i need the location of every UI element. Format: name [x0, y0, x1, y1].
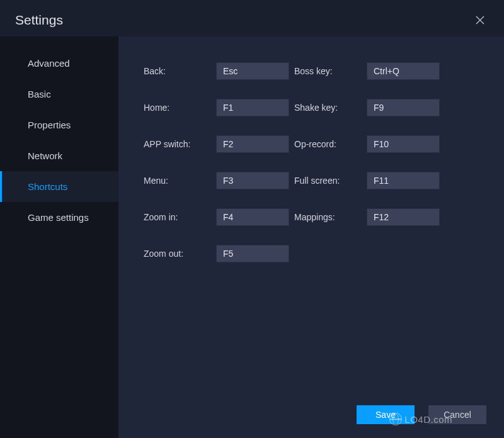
shortcut-full-screen: Full screen: — [294, 171, 440, 190]
shortcut-input-full-screen[interactable] — [367, 172, 440, 189]
shortcut-input-home[interactable] — [216, 99, 289, 116]
sidebar-item-network[interactable]: Network — [0, 140, 118, 171]
sidebar-item-label: Basic — [28, 89, 51, 99]
shortcut-menu: Menu: — [144, 171, 289, 190]
shortcut-label: Back: — [144, 66, 216, 76]
shortcut-back: Back: — [144, 62, 289, 81]
shortcut-grid: Back: Home: APP switch: Menu: Zoom in: — [144, 62, 491, 263]
sidebar-item-basic[interactable]: Basic — [0, 79, 118, 110]
header: Settings — [0, 0, 504, 36]
shortcut-app-switch: APP switch: — [144, 135, 289, 154]
button-row: Save Cancel — [357, 405, 486, 424]
sidebar: Advanced Basic Properties Network Shortc… — [0, 36, 118, 438]
shortcut-label: Full screen: — [294, 176, 367, 186]
sidebar-item-label: Shortcuts — [28, 181, 67, 192]
sidebar-item-label: Network — [28, 150, 62, 161]
shortcut-label: Home: — [144, 103, 216, 113]
shortcut-input-op-record[interactable] — [367, 135, 440, 153]
shortcut-input-back[interactable] — [216, 62, 289, 80]
shortcut-label: Menu: — [144, 176, 216, 186]
main-panel: Back: Home: APP switch: Menu: Zoom in: — [118, 36, 504, 438]
shortcut-label: Zoom in: — [144, 212, 216, 222]
shortcut-col-left: Back: Home: APP switch: Menu: Zoom in: — [144, 62, 289, 263]
shortcut-boss-key: Boss key: — [294, 62, 440, 81]
shortcut-label: APP switch: — [144, 139, 216, 149]
shortcut-mappings: Mappings: — [294, 208, 440, 227]
close-icon[interactable] — [471, 11, 489, 29]
shortcut-label: Op-record: — [294, 139, 367, 149]
shortcut-input-shake-key[interactable] — [367, 99, 440, 116]
shortcut-label: Boss key: — [294, 66, 367, 76]
shortcut-shake-key: Shake key: — [294, 98, 440, 117]
shortcut-zoom-out: Zoom out: — [144, 244, 289, 263]
shortcut-col-right: Boss key: Shake key: Op-record: Full scr… — [294, 62, 440, 263]
shortcut-label: Mappings: — [294, 212, 367, 222]
sidebar-item-label: Advanced — [28, 58, 70, 69]
shortcut-input-zoom-in[interactable] — [216, 208, 289, 226]
cancel-button[interactable]: Cancel — [428, 405, 486, 424]
shortcut-input-menu[interactable] — [216, 172, 289, 189]
shortcut-label: Shake key: — [294, 103, 367, 113]
shortcut-label: Zoom out: — [144, 249, 216, 259]
shortcut-input-zoom-out[interactable] — [216, 245, 289, 262]
shortcut-op-record: Op-record: — [294, 135, 440, 154]
save-button[interactable]: Save — [357, 405, 415, 424]
shortcut-zoom-in: Zoom in: — [144, 208, 289, 227]
sidebar-item-label: Properties — [28, 120, 71, 130]
sidebar-item-advanced[interactable]: Advanced — [0, 48, 118, 79]
shortcut-home: Home: — [144, 98, 289, 117]
page-title: Settings — [15, 13, 63, 28]
sidebar-item-shortcuts[interactable]: Shortcuts — [0, 171, 118, 202]
sidebar-item-properties[interactable]: Properties — [0, 110, 118, 140]
shortcut-input-boss-key[interactable] — [367, 62, 440, 80]
sidebar-item-label: Game settings — [28, 212, 89, 223]
shortcut-input-app-switch[interactable] — [216, 135, 289, 153]
content: Advanced Basic Properties Network Shortc… — [0, 36, 504, 438]
shortcut-input-mappings[interactable] — [367, 208, 440, 226]
sidebar-item-game-settings[interactable]: Game settings — [0, 202, 118, 233]
